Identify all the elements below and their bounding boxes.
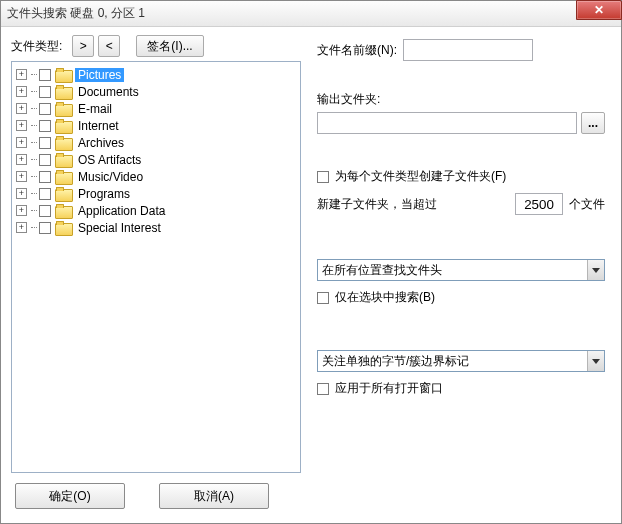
footer: 确定(O) 取消(A) [1,473,621,523]
tree-item[interactable]: +Internet [14,117,298,134]
tree-connector [31,91,37,92]
cancel-button-label: 取消(A) [194,488,234,505]
tree-connector [31,74,37,75]
newfolder-threshold-input[interactable] [515,193,563,215]
expander-icon[interactable]: + [16,120,27,131]
folder-icon [55,119,71,132]
tree-item-checkbox[interactable] [39,137,51,149]
expander-icon[interactable]: + [16,222,27,233]
tree-item[interactable]: +Special Interest [14,219,298,236]
only-selected-checkbox[interactable] [317,292,329,304]
collapse-all-button[interactable]: < [98,35,120,57]
prefix-label: 文件名前缀(N): [317,42,397,59]
tree-connector [31,159,37,160]
tree-item-checkbox[interactable] [39,222,51,234]
browse-button[interactable]: ... [581,112,605,134]
cancel-button[interactable]: 取消(A) [159,483,269,509]
subfolder-checkbox[interactable] [317,171,329,183]
chevron-down-icon [587,351,604,371]
dialog-window: 文件头搜索 硬盘 0, 分区 1 ✕ 文件类型: > < 签名(I)... +P… [0,0,622,524]
output-folder-input[interactable] [317,112,577,134]
tree-item-checkbox[interactable] [39,120,51,132]
titlebar: 文件头搜索 硬盘 0, 分区 1 ✕ [1,1,621,27]
newfolder-label-b: 个文件 [569,196,605,213]
expander-icon[interactable]: + [16,154,27,165]
tree-connector [31,125,37,126]
close-button[interactable]: ✕ [576,0,622,20]
tree-connector [31,193,37,194]
folder-icon [55,221,71,234]
tree-item-checkbox[interactable] [39,188,51,200]
left-panel: 文件类型: > < 签名(I)... +Pictures+Documents+E… [11,35,301,473]
alignment-dropdown[interactable]: 关注单独的字节/簇边界标记 [317,350,605,372]
expand-all-button[interactable]: > [72,35,94,57]
expander-icon[interactable]: + [16,205,27,216]
alignment-value: 关注单独的字节/簇边界标记 [322,353,469,370]
tree-item-checkbox[interactable] [39,154,51,166]
browse-button-label: ... [588,116,598,130]
tree-connector [31,210,37,211]
tree-item-label: Special Interest [75,221,164,235]
tree-connector [31,142,37,143]
tree-item-checkbox[interactable] [39,69,51,81]
output-folder-label: 输出文件夹: [317,91,605,108]
tree-connector [31,176,37,177]
tree-item[interactable]: +Archives [14,134,298,151]
apply-all-label: 应用于所有打开窗口 [335,380,443,397]
folder-icon [55,136,71,149]
expander-icon[interactable]: + [16,188,27,199]
expander-icon[interactable]: + [16,69,27,80]
collapse-all-label: < [106,39,113,53]
folder-icon [55,153,71,166]
tree-item-label: Application Data [75,204,168,218]
svg-marker-1 [592,359,600,364]
tree-connector [31,227,37,228]
prefix-input[interactable] [403,39,533,61]
tree-item-label: Pictures [75,68,124,82]
signature-button[interactable]: 签名(I)... [136,35,203,57]
close-icon: ✕ [594,3,604,17]
newfolder-label-a: 新建子文件夹，当超过 [317,196,437,213]
expand-all-label: > [80,39,87,53]
expander-icon[interactable]: + [16,171,27,182]
tree-item[interactable]: +Application Data [14,202,298,219]
apply-all-checkbox[interactable] [317,383,329,395]
search-scope-value: 在所有位置查找文件头 [322,262,442,279]
tree-item-label: Music/Video [75,170,146,184]
tree-item-label: E-mail [75,102,115,116]
expander-icon[interactable]: + [16,103,27,114]
file-type-tree[interactable]: +Pictures+Documents+E-mail+Internet+Arch… [11,61,301,473]
subfolder-checkbox-label: 为每个文件类型创建子文件夹(F) [335,168,506,185]
file-type-label: 文件类型: [11,38,62,55]
tree-item-label: Archives [75,136,127,150]
tree-item[interactable]: +OS Artifacts [14,151,298,168]
tree-item-checkbox[interactable] [39,86,51,98]
folder-icon [55,187,71,200]
right-panel: 文件名前缀(N): 输出文件夹: ... 为每个文件类型创建子文件夹(F) [313,35,611,473]
window-title: 文件头搜索 硬盘 0, 分区 1 [7,5,145,22]
folder-icon [55,170,71,183]
folder-icon [55,68,71,81]
folder-icon [55,85,71,98]
ok-button[interactable]: 确定(O) [15,483,125,509]
tree-item[interactable]: +Documents [14,83,298,100]
tree-item-checkbox[interactable] [39,103,51,115]
tree-item-checkbox[interactable] [39,171,51,183]
tree-item-label: Documents [75,85,142,99]
tree-item-label: Internet [75,119,122,133]
tree-item[interactable]: +Pictures [14,66,298,83]
tree-item[interactable]: +Programs [14,185,298,202]
tree-connector [31,108,37,109]
ok-button-label: 确定(O) [49,488,90,505]
chevron-down-icon [587,260,604,280]
only-selected-label: 仅在选块中搜索(B) [335,289,435,306]
tree-item-label: Programs [75,187,133,201]
folder-icon [55,102,71,115]
tree-item[interactable]: +E-mail [14,100,298,117]
search-scope-dropdown[interactable]: 在所有位置查找文件头 [317,259,605,281]
tree-item-label: OS Artifacts [75,153,144,167]
expander-icon[interactable]: + [16,86,27,97]
expander-icon[interactable]: + [16,137,27,148]
tree-item-checkbox[interactable] [39,205,51,217]
tree-item[interactable]: +Music/Video [14,168,298,185]
